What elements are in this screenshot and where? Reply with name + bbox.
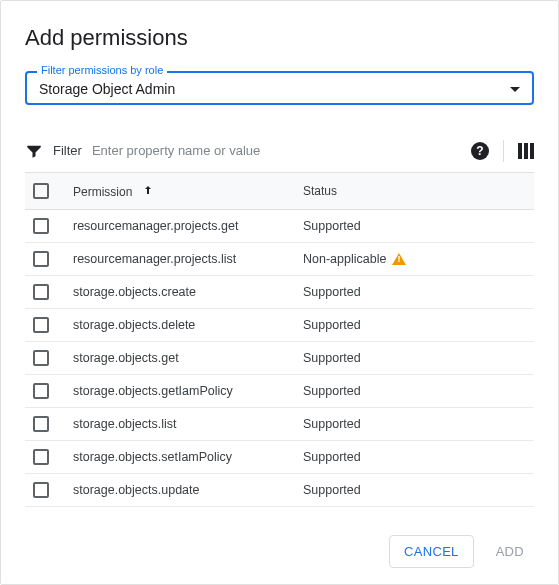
permission-cell: resourcemanager.projects.list [65,243,295,276]
help-icon[interactable]: ? [471,142,489,160]
status-cell: Supported [295,408,534,441]
row-checkbox[interactable] [33,482,49,498]
cancel-button[interactable]: CANCEL [389,535,474,568]
row-checkbox[interactable] [33,383,49,399]
status-cell: Supported [295,342,534,375]
add-permissions-dialog: Add permissions Filter permissions by ro… [1,1,558,507]
filter-input[interactable] [92,139,461,162]
permission-cell: storage.objects.delete [65,309,295,342]
row-checkbox[interactable] [33,449,49,465]
permission-header[interactable]: Permission [65,173,295,210]
filter-toolbar: Filter ? [25,129,534,172]
table-row: storage.objects.getIamPolicySupported [25,375,534,408]
status-cell: Supported [295,309,534,342]
status-cell: Supported [295,441,534,474]
dialog-actions: CANCEL ADD [389,535,538,568]
filter-icon[interactable] [25,142,43,160]
row-checkbox[interactable] [33,350,49,366]
warning-icon [392,253,406,265]
row-checkbox[interactable] [33,251,49,267]
permission-cell: storage.objects.list [65,408,295,441]
table-row: storage.objects.listSupported [25,408,534,441]
permission-cell: storage.objects.getIamPolicy [65,375,295,408]
status-cell: Supported [295,474,534,507]
permissions-table: Permission Status resourcemanager.projec… [25,172,534,507]
permission-cell: resourcemanager.projects.get [65,210,295,243]
columns-icon[interactable] [518,143,534,159]
table-row: resourcemanager.projects.getSupported [25,210,534,243]
role-filter-label: Filter permissions by role [37,64,167,76]
permission-cell: storage.objects.setIamPolicy [65,441,295,474]
row-checkbox[interactable] [33,284,49,300]
filter-label: Filter [53,143,82,158]
table-row: storage.objects.updateSupported [25,474,534,507]
status-header[interactable]: Status [295,173,534,210]
permission-cell: storage.objects.create [65,276,295,309]
status-cell: Non-applicable [295,243,534,276]
status-cell: Supported [295,375,534,408]
permission-cell: storage.objects.update [65,474,295,507]
table-row: storage.objects.getSupported [25,342,534,375]
row-checkbox[interactable] [33,317,49,333]
status-cell: Supported [295,276,534,309]
status-cell: Supported [295,210,534,243]
table-row: storage.objects.deleteSupported [25,309,534,342]
role-filter-value: Storage Object Admin [39,81,175,97]
row-checkbox[interactable] [33,218,49,234]
table-row: storage.objects.createSupported [25,276,534,309]
dialog-title: Add permissions [25,25,534,51]
permission-cell: storage.objects.get [65,342,295,375]
row-checkbox[interactable] [33,416,49,432]
role-filter-select[interactable]: Filter permissions by role Storage Objec… [25,71,534,105]
table-row: storage.objects.setIamPolicySupported [25,441,534,474]
select-all-checkbox[interactable] [33,183,49,199]
add-button[interactable]: ADD [482,535,538,568]
toolbar-divider [503,140,504,162]
table-row: resourcemanager.projects.listNon-applica… [25,243,534,276]
chevron-down-icon [510,87,520,92]
sort-ascending-icon [142,184,154,199]
